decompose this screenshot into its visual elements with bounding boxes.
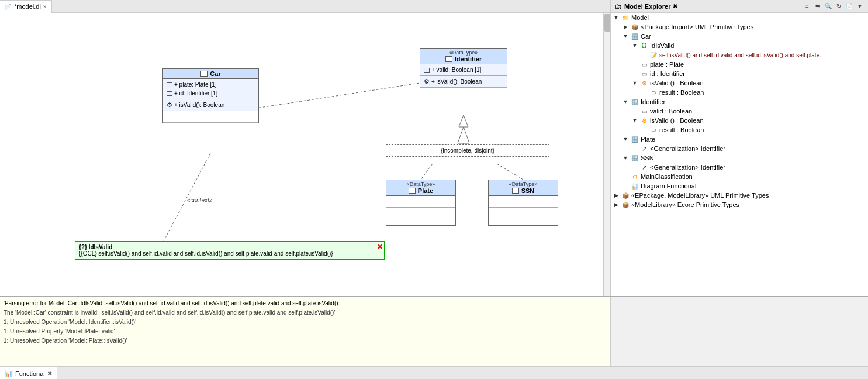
tree-item-plate-gen[interactable]: ↗ <Generalization> Identifier (611, 144, 868, 153)
explorer-content[interactable]: ▼ 📁 Model ▶ 📦 <Package Import> UML Primi… (611, 13, 868, 296)
bottom-area: 'Parsing error for Model::Car::IdIsValid… (0, 296, 868, 366)
functional-tab-close[interactable]: ✖ (47, 370, 52, 377)
ssn-class[interactable]: «DataType» SSN (488, 180, 558, 226)
identifier-class[interactable]: «DataType» Identifier + valid: Boolean [… (420, 48, 507, 88)
car-operations: ⚙ + isValid(): Boolean (163, 99, 258, 111)
car-attributes: + plate: Plate [1] + id: Identifier [1] (163, 79, 258, 99)
explorer-close-icon[interactable]: ✖ (673, 3, 677, 9)
tree-item-main-classification[interactable]: ⚙ MainClassification (611, 172, 868, 181)
diagram-canvas[interactable]: Car + plate: Plate [1] + id: Identifier … (0, 13, 610, 296)
ssn-empty-1 (489, 196, 558, 208)
identifier-stereotype: «DataType» (424, 50, 503, 56)
plate-class[interactable]: «DataType» Plate (386, 180, 456, 226)
tree-label-pa: plate : Plate (649, 61, 684, 68)
tree-label-iiv: isValid () : Boolean (649, 117, 704, 124)
tree-item-valid-attr[interactable]: ▭ valid : Boolean (611, 106, 868, 116)
tree-icon-epackage-uml: 📦 (621, 191, 630, 199)
car-op-isvalid: ⚙ + isValid(): Boolean (167, 101, 255, 109)
tree-item-plate-attr[interactable]: ▭ plate : Plate (611, 60, 868, 69)
tree-label-epackage-uml: «EPackage, ModelLibrary» UML Primitive T… (630, 192, 769, 199)
car-attr-id: + id: Identifier [1] (167, 89, 255, 98)
tree-item-id-attr[interactable]: ▭ id : Identifier (611, 69, 868, 78)
ssn-stereotype: «DataType» (492, 181, 554, 187)
tree-item-constraint-body[interactable]: 📝 self.isValid() and self.id.valid and s… (611, 50, 868, 60)
tree-toggle-plate[interactable]: ▼ (621, 136, 630, 142)
tree-toggle-car[interactable]: ▼ (621, 33, 630, 39)
explorer-bottom-scrollbar[interactable] (611, 297, 868, 366)
car-class-name: Car (210, 70, 220, 77)
tree-item-diagram-functional[interactable]: 📊 Diagram Functional (611, 181, 868, 191)
toolbar-btn-6[interactable]: ▼ (855, 2, 864, 11)
tree-item-plate-class[interactable]: ▼ 🔠 Plate (611, 135, 868, 144)
toolbar-btn-4[interactable]: ↻ (834, 2, 843, 11)
tree-item-pkg-import[interactable]: ▶ 📦 <Package Import> UML Primitive Types (611, 22, 868, 32)
tree-toggle-ssn[interactable]: ▼ (621, 155, 630, 161)
car-attr-plate-label: + plate: Plate [1] (174, 80, 217, 89)
tree-icon-ia: ▭ (639, 70, 649, 78)
tree-icon-idisvalid: Ω (639, 42, 649, 50)
explorer-panel: 🗂 Model Explorer ✖ ≡ ⇆ 🔍 ↻ 📄 ▼ ▼ 📁 (611, 0, 868, 296)
toolbar-btn-5[interactable]: 📄 (845, 2, 854, 11)
identifier-attributes: + valid: Boolean [1] (420, 64, 507, 76)
toolbar-btn-3[interactable]: 🔍 (824, 2, 833, 11)
identifier-class-header: «DataType» Identifier (420, 49, 507, 64)
vertical-scrollbar[interactable] (603, 13, 610, 296)
tree-toggle-identifier[interactable]: ▼ (621, 99, 630, 105)
tree-label-ir: result : Boolean (658, 126, 704, 133)
tree-label-identifier: Identifier (639, 98, 665, 105)
error-line-3: 1: Unresolved Operation 'Model::Identifi… (4, 318, 607, 327)
main-container: 📄 *model.di × (0, 0, 868, 379)
toolbar-btn-1[interactable]: ≡ (803, 2, 812, 11)
ssn-class-name: SSN (521, 187, 535, 194)
explorer-toolbar: ≡ ⇆ 🔍 ↻ 📄 ▼ (803, 2, 864, 11)
car-class[interactable]: Car + plate: Plate [1] + id: Identifier … (162, 68, 259, 123)
tree-item-id-isvalid[interactable]: ▼ ⚙ isValid () : Boolean (611, 116, 868, 125)
bottom-tab-bar: 📊 Functional ✖ (0, 366, 868, 379)
model-tab[interactable]: 📄 *model.di × (0, 0, 52, 13)
constraint-body: {{OCL} self.isValid() and self.id.valid … (79, 250, 381, 257)
tree-label-model: Model (630, 14, 649, 21)
tree-toggle-idisvalid[interactable]: ▼ (630, 43, 639, 49)
tree-icon-iiv: ⚙ (639, 116, 649, 125)
tree-item-car[interactable]: ▼ 🔠 Car (611, 32, 868, 41)
tree-label-pkg-import: <Package Import> UML Primitive Types (639, 23, 753, 30)
functional-tab[interactable]: 📊 Functional ✖ (0, 367, 57, 379)
functional-tab-label: Functional (15, 370, 45, 377)
identifier-op-isvalid: ⚙ + isValid(): Boolean (424, 77, 503, 86)
tree-icon-plate: 🔠 (630, 135, 639, 143)
tree-label-ia: id : Identifier (649, 70, 685, 77)
tree-icon-ir: ⊃ (649, 126, 658, 134)
tree-icon-car: 🔠 (630, 32, 639, 40)
toolbar-btn-2[interactable]: ⇆ (813, 2, 822, 11)
tree-toggle-model[interactable]: ▼ (611, 15, 621, 20)
tree-item-car-isvalid[interactable]: ▼ ⚙ isValid () : Boolean (611, 78, 868, 88)
tree-item-car-result[interactable]: ⊃ result : Boolean (611, 88, 868, 97)
tree-item-epackage-uml[interactable]: ▶ 📦 «EPackage, ModelLibrary» UML Primiti… (611, 191, 868, 200)
tree-icon-ecore: 📦 (621, 201, 630, 209)
tree-item-ssn-class[interactable]: ▼ 🔠 SSN (611, 153, 868, 163)
tree-label-idisvalid: IdIsValid (649, 42, 674, 49)
car-attr-plate: + plate: Plate [1] (167, 80, 255, 89)
tree-item-ecore[interactable]: ▶ 📦 «ModelLibrary» Ecore Primitive Types (611, 200, 868, 209)
tree-label-car: Car (639, 33, 651, 40)
tree-label-ecore: «ModelLibrary» Ecore Primitive Types (630, 201, 739, 208)
tree-item-idisvalid[interactable]: ▼ Ω IdIsValid (611, 41, 868, 50)
tree-label-cr: result : Boolean (658, 89, 704, 96)
tree-toggle-epackage-uml[interactable]: ▶ (611, 192, 621, 198)
identifier-attr-valid: + valid: Boolean [1] (424, 66, 503, 74)
tree-icon-civ: ⚙ (639, 79, 649, 87)
context-label: «context» (187, 197, 212, 204)
tree-icon-sg: ↗ (639, 163, 649, 171)
explorer-title: Model Explorer (624, 3, 670, 10)
tree-toggle-ecore[interactable]: ▶ (611, 202, 621, 208)
tree-item-identifier[interactable]: ▼ 🔠 Identifier (611, 97, 868, 106)
tree-icon-cr: ⊃ (649, 88, 658, 97)
tree-item-id-result[interactable]: ⊃ result : Boolean (611, 125, 868, 135)
tree-item-model[interactable]: ▼ 📁 Model (611, 13, 868, 22)
constraint-box[interactable]: {?} IdIsValid {{OCL} self.isValid() and … (75, 241, 385, 260)
tree-toggle-civ[interactable]: ▼ (630, 80, 639, 86)
tree-item-ssn-gen[interactable]: ↗ <Generalization> Identifier (611, 163, 868, 172)
tree-toggle-iiv[interactable]: ▼ (630, 118, 639, 123)
tree-toggle-pkg-import[interactable]: ▶ (621, 24, 630, 30)
model-tab-close[interactable]: × (43, 4, 47, 10)
